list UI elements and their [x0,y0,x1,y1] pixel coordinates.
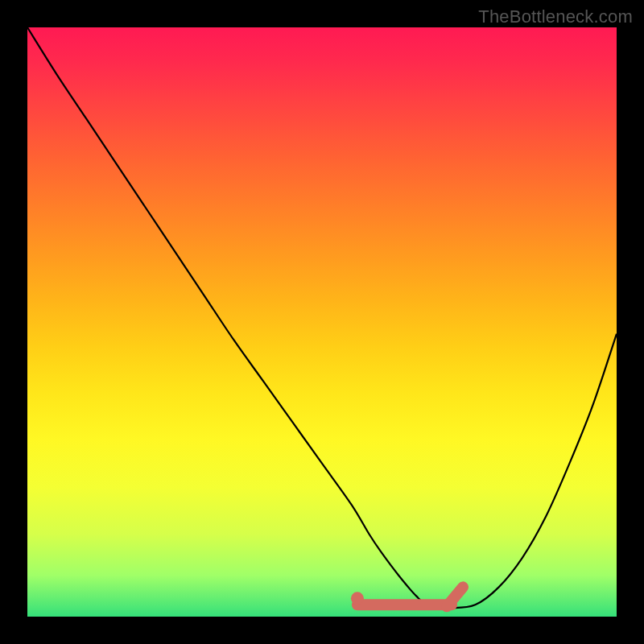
chart-svg [27,27,617,617]
chart-plot-area [27,27,617,617]
optimal-marker-left-dot [351,592,364,605]
gradient-background [27,27,617,617]
chart-frame: TheBottleneck.com [0,0,644,644]
attribution-label: TheBottleneck.com [478,6,633,27]
